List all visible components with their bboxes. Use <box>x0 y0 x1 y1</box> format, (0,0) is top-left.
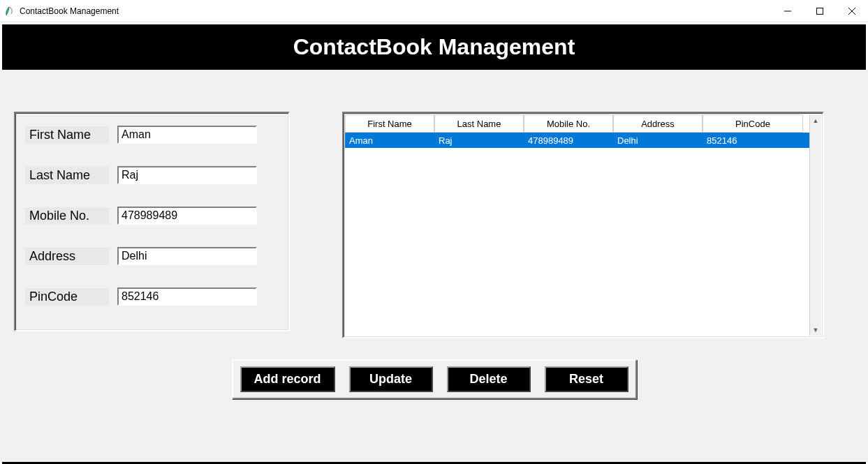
contacts-table[interactable]: First Name Last Name Mobile No. Address … <box>345 114 809 336</box>
minimize-icon <box>784 8 791 15</box>
col-header-mobile[interactable]: Mobile No. <box>524 114 613 133</box>
add-record-button[interactable]: Add record <box>240 366 335 392</box>
main-content: First Name Last Name Mobile No. Address … <box>0 70 868 463</box>
form-row-mobile: Mobile No. <box>25 207 279 225</box>
col-header-last-name[interactable]: Last Name <box>434 114 524 133</box>
form-row-first-name: First Name <box>25 126 279 144</box>
window-controls <box>772 0 868 22</box>
cell-pincode: 852146 <box>703 133 803 148</box>
window-titlebar: ContactBook Management <box>0 0 868 22</box>
table-scrollbar[interactable]: ▲ ▼ <box>809 114 821 336</box>
delete-button[interactable]: Delete <box>447 366 531 392</box>
cell-address: Delhi <box>613 133 703 148</box>
app-icon <box>4 6 15 17</box>
input-pincode[interactable] <box>117 287 257 306</box>
input-last-name[interactable] <box>117 166 257 184</box>
col-header-pincode[interactable]: PinCode <box>703 114 803 133</box>
table-body: Aman Raj 478989489 Delhi 852146 <box>345 133 809 336</box>
cell-last-name: Raj <box>434 133 524 148</box>
input-first-name[interactable] <box>117 126 257 144</box>
form-row-last-name: Last Name <box>25 166 279 184</box>
cell-first-name: Aman <box>345 133 434 148</box>
maximize-icon <box>816 8 823 15</box>
form-panel: First Name Last Name Mobile No. Address … <box>14 112 290 331</box>
button-bar: Add record Update Delete Reset <box>232 359 637 399</box>
scroll-up-arrow-icon[interactable]: ▲ <box>810 114 821 126</box>
scroll-down-arrow-icon[interactable]: ▼ <box>810 324 821 336</box>
minimize-button[interactable] <box>772 0 804 22</box>
maximize-button[interactable] <box>804 0 836 22</box>
table-row[interactable]: Aman Raj 478989489 Delhi 852146 <box>345 133 809 148</box>
update-button[interactable]: Update <box>349 366 433 392</box>
cell-mobile: 478989489 <box>524 133 613 148</box>
table-header: First Name Last Name Mobile No. Address … <box>345 114 809 133</box>
col-header-first-name[interactable]: First Name <box>345 114 434 133</box>
close-button[interactable] <box>836 0 868 22</box>
reset-button[interactable]: Reset <box>545 366 628 392</box>
label-first-name: First Name <box>25 126 109 144</box>
panels-container: First Name Last Name Mobile No. Address … <box>14 112 854 338</box>
label-last-name: Last Name <box>25 167 109 184</box>
window-title: ContactBook Management <box>20 6 772 16</box>
label-mobile: Mobile No. <box>25 207 109 225</box>
col-header-address[interactable]: Address <box>613 114 703 133</box>
input-address[interactable] <box>117 247 257 265</box>
form-row-address: Address <box>25 247 279 265</box>
svg-rect-1 <box>817 8 823 15</box>
table-panel: First Name Last Name Mobile No. Address … <box>342 112 824 338</box>
form-row-pincode: PinCode <box>25 287 279 306</box>
page-title-banner: ContactBook Management <box>2 24 866 70</box>
label-pincode: PinCode <box>25 288 109 306</box>
close-icon <box>848 8 855 15</box>
input-mobile[interactable] <box>117 207 257 225</box>
page-title: ContactBook Management <box>293 34 575 59</box>
label-address: Address <box>25 248 109 265</box>
